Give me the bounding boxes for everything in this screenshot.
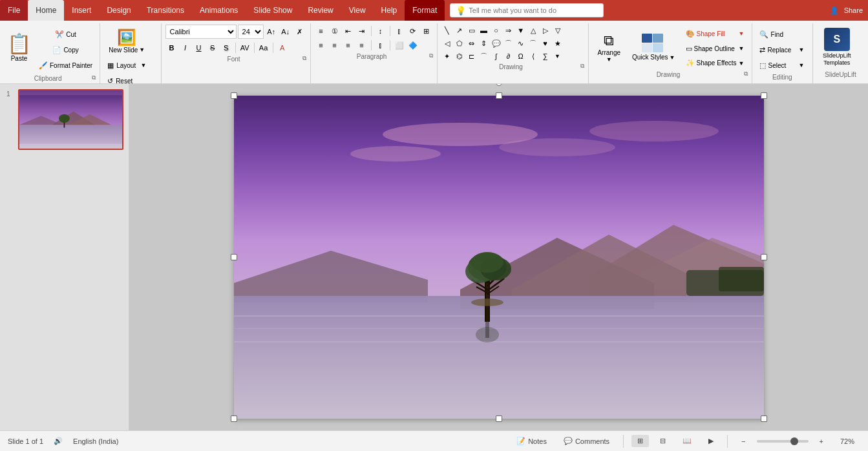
tab-transitions[interactable]: Transitions <box>139 0 192 21</box>
zoom-thumb[interactable] <box>790 437 798 445</box>
decrease-font-button[interactable]: A↓ <box>279 25 292 38</box>
paste-button[interactable]: 📋 Paste <box>4 25 34 70</box>
shape-s4[interactable]: ⌒ <box>478 50 490 62</box>
decrease-indent-button[interactable]: ⇤ <box>342 25 355 37</box>
tab-animations[interactable]: Animations <box>192 0 246 21</box>
slide-thumbnail[interactable] <box>18 89 123 150</box>
slide-sorter-button[interactable]: ⊟ <box>654 435 672 447</box>
reading-view-button[interactable]: 📖 <box>677 435 697 447</box>
zoom-in-button[interactable]: + <box>814 435 829 447</box>
align-left-button[interactable]: ≡ <box>315 39 328 52</box>
handle-tl[interactable] <box>231 92 237 99</box>
shape-rect2[interactable]: ▬ <box>478 25 490 36</box>
arrange-dropdown-icon[interactable]: ▼ <box>606 56 612 63</box>
shape-right-arrow[interactable]: ⇒ <box>503 25 514 36</box>
new-slide-dropdown-icon[interactable]: ▼ <box>139 47 145 53</box>
handle-tr[interactable] <box>761 92 767 99</box>
smart-art-button[interactable]: ⊞ <box>420 25 433 37</box>
presenter-view-button[interactable]: ▶ <box>703 435 719 447</box>
shape-tri3[interactable]: ▽ <box>552 25 564 36</box>
shape-rect[interactable]: ▭ <box>466 25 478 36</box>
shape-s7[interactable]: Ω <box>515 50 527 62</box>
tab-home[interactable]: Home <box>28 0 64 21</box>
increase-indent-button[interactable]: ⇥ <box>355 25 368 37</box>
shape-s6[interactable]: ∂ <box>503 50 514 62</box>
shape-freeform[interactable]: ∿ <box>515 37 527 49</box>
align-right-button[interactable]: ≡ <box>342 39 355 52</box>
handle-bc[interactable] <box>496 415 502 422</box>
justify-button[interactable]: ≡ <box>355 39 368 52</box>
shape-curve[interactable]: ⌒ <box>503 37 514 49</box>
paragraph-expand-icon[interactable]: ⧉ <box>429 52 433 59</box>
zoom-level[interactable]: 72% <box>834 435 860 447</box>
bold-button[interactable]: B <box>165 41 178 54</box>
drawing-expand-icon[interactable]: ⧉ <box>580 63 584 70</box>
clipboard-expand-icon[interactable]: ⧉ <box>92 74 96 81</box>
zoom-out-button[interactable]: − <box>736 435 751 447</box>
font-color-button[interactable]: A <box>276 41 289 54</box>
shape-fill-button[interactable]: 🎨 Shape Fill ▼ <box>683 27 748 41</box>
tab-design[interactable]: Design <box>99 0 138 21</box>
increase-font-button[interactable]: A↑ <box>265 25 278 38</box>
columns-button[interactable]: ⫿ <box>393 25 406 37</box>
comments-button[interactable]: 💬 Comments <box>558 435 615 447</box>
handle-ml[interactable] <box>231 254 237 260</box>
slide-canvas[interactable] <box>234 96 764 419</box>
zoom-slider[interactable] <box>757 440 809 443</box>
select-dropdown-icon[interactable]: ▼ <box>799 62 805 68</box>
shape-s5[interactable]: ∫ <box>491 50 502 62</box>
tell-me-bar[interactable]: 💡 <box>450 3 604 17</box>
layout-dropdown-icon[interactable]: ▼ <box>141 62 147 68</box>
handle-mr[interactable] <box>761 254 767 260</box>
copy-button[interactable]: 📄 Copy <box>36 43 96 57</box>
columns2-button[interactable]: ⫿ <box>374 39 387 52</box>
shape-s8[interactable]: ⟨ <box>527 50 539 62</box>
cut-button[interactable]: ✂️ Cut <box>36 27 96 41</box>
shape-penta[interactable]: ⬠ <box>454 37 465 49</box>
font-size-select[interactable]: 24 <box>238 25 264 39</box>
shape-expand[interactable]: ▼ <box>552 50 564 62</box>
line-spacing-button[interactable]: ↕ <box>374 25 387 37</box>
arrange-button[interactable]: ⧉ Arrange ▼ <box>593 25 625 70</box>
quick-styles-button[interactable]: Quick Styles ▼ <box>628 25 680 70</box>
handle-tc[interactable] <box>496 92 502 99</box>
shape-effects-button[interactable]: ✨ Shape Effects ▼ <box>683 56 748 70</box>
shape-s3[interactable]: ⊏ <box>466 50 478 62</box>
shape-star[interactable]: ★ <box>552 37 564 49</box>
tab-slideshow[interactable]: Slide Show <box>246 0 300 21</box>
select-button[interactable]: ⬚ Select ▼ <box>756 58 808 72</box>
tell-me-input[interactable] <box>469 6 598 14</box>
notes-button[interactable]: 📝 Notes <box>511 435 553 447</box>
shape-s1[interactable]: ✦ <box>441 50 453 62</box>
shape-arrow[interactable]: ↗ <box>454 25 465 36</box>
shape-line[interactable]: ╲ <box>441 25 453 36</box>
shape-fill-dropdown-icon[interactable]: ▼ <box>739 30 745 37</box>
tab-format[interactable]: Format <box>405 0 445 21</box>
shape-more[interactable]: ▼ <box>515 25 527 36</box>
shape-outline-button[interactable]: ▭ Shape Outline ▼ <box>683 42 748 56</box>
normal-view-button[interactable]: ⊞ <box>631 435 649 447</box>
shape-callout[interactable]: 💬 <box>491 37 502 49</box>
shape-connector[interactable]: ⌒ <box>527 37 539 49</box>
replace-dropdown-icon[interactable]: ▼ <box>799 47 805 53</box>
shape-ud-arrow[interactable]: ⇕ <box>478 37 490 49</box>
text-direction-button[interactable]: ⟳ <box>407 25 419 37</box>
slideuplift-button[interactable]: S SlideUpLift Templates <box>817 25 857 70</box>
align-center-button[interactable]: ≡ <box>328 39 341 52</box>
drawing-group2-expand-icon[interactable]: ⧉ <box>744 70 748 78</box>
new-slide-button[interactable]: 🖼️ New Slide ▼ <box>104 25 149 57</box>
underline-button[interactable]: U <box>193 41 206 54</box>
handle-rotate[interactable] <box>496 84 502 86</box>
clear-format-button[interactable]: ✗ <box>293 25 306 38</box>
text-case-button[interactable]: Aa <box>257 41 270 54</box>
shape-lt-arrow[interactable]: ◁ <box>441 37 453 49</box>
tab-file[interactable]: File <box>0 0 28 21</box>
shape-lr-arrow[interactable]: ⇔ <box>466 37 478 49</box>
shape-circle[interactable]: ○ <box>491 25 502 36</box>
convert-smartart-button[interactable]: 🔷 <box>407 39 419 52</box>
text-box-button[interactable]: ⬜ <box>393 39 406 52</box>
shape-heart[interactable]: ♥ <box>540 37 551 49</box>
shadow-button[interactable]: S <box>220 41 233 54</box>
numbered-list-button[interactable]: ① <box>328 25 341 37</box>
font-name-select[interactable]: Calibri <box>165 25 237 39</box>
